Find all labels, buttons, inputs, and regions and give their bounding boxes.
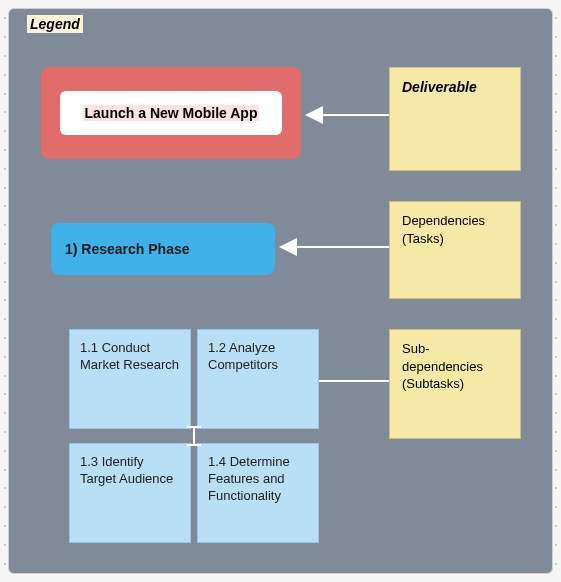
- deliverable-card: Launch a New Mobile App: [41, 67, 301, 159]
- subtask-1-3: 1.3 Identify Target Audience: [69, 443, 191, 543]
- legend-title: Legend: [27, 15, 83, 33]
- note-dependencies: Dependencies (Tasks): [389, 201, 521, 299]
- note-subdependencies: Sub-dependencies (Subtasks): [389, 329, 521, 439]
- grid-dots-left: [1, 9, 9, 573]
- subtask-1-4: 1.4 Determine Features and Functionality: [197, 443, 319, 543]
- deliverable-label-box: Launch a New Mobile App: [60, 91, 282, 135]
- legend-canvas: Legend Launch a New Mobile App Deliverab…: [8, 8, 553, 574]
- task-label: 1) Research Phase: [65, 241, 190, 257]
- subtask-1-2: 1.2 Analyze Competitors: [197, 329, 319, 429]
- grid-dots-right: [552, 9, 560, 573]
- task-card: 1) Research Phase: [51, 223, 275, 275]
- deliverable-label: Launch a New Mobile App: [83, 105, 260, 121]
- subtask-1-1: 1.1 Conduct Market Research: [69, 329, 191, 429]
- note-deliverable: Deliverable: [389, 67, 521, 171]
